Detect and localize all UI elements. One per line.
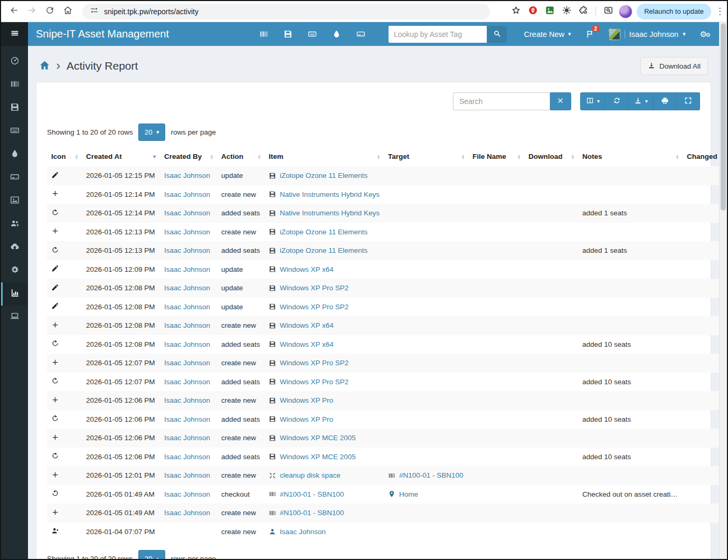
bookmark-button[interactable]: [509, 5, 522, 18]
refresh-button[interactable]: [606, 92, 629, 110]
print-button[interactable]: [654, 92, 677, 110]
column-header-file-name[interactable]: File Name▴▾: [468, 147, 524, 166]
asset-tag-search-input[interactable]: [389, 26, 487, 43]
column-header-created-at[interactable]: Created At▾: [82, 147, 160, 166]
created-by-link[interactable]: Isaac Johnson: [164, 246, 210, 254]
admin-settings-button[interactable]: ⚙ ⚙: [700, 30, 711, 38]
item-link[interactable]: Windows XP Pro SP2: [280, 284, 348, 292]
column-header-notes[interactable]: Notes▴▾: [578, 147, 683, 166]
extension-adblock[interactable]: [526, 5, 539, 18]
item-link[interactable]: Windows XP Pro SP2: [280, 303, 348, 311]
back-button[interactable]: [5, 3, 22, 20]
item-link[interactable]: iZotope Ozone 11 Elements: [280, 172, 367, 179]
created-by-link[interactable]: Isaac Johnson: [164, 490, 210, 498]
created-by-link[interactable]: Isaac Johnson: [164, 340, 210, 348]
page-size-dropdown[interactable]: 20 ▴: [138, 550, 166, 559]
item-link[interactable]: Windows XP MCE 2005: [280, 434, 356, 442]
extension-screenshot[interactable]: [543, 5, 556, 18]
item-link[interactable]: Windows XP Pro: [280, 415, 333, 423]
created-by-link[interactable]: Isaac Johnson: [164, 303, 210, 311]
created-by-link[interactable]: Isaac Johnson: [164, 509, 210, 517]
browser-home-button[interactable]: [59, 3, 76, 20]
asset-tag-search-button[interactable]: [487, 26, 507, 43]
reload-button[interactable]: [41, 3, 58, 20]
sidebar-toggle-button[interactable]: [1, 22, 28, 46]
item-link[interactable]: cleanup disk space: [280, 471, 341, 479]
item-link[interactable]: Windows XP x64: [280, 321, 334, 329]
columns-button[interactable]: ▾: [580, 92, 606, 110]
item-link[interactable]: Windows XP Pro: [280, 396, 333, 404]
components-shortcut[interactable]: [356, 30, 365, 39]
assets-shortcut[interactable]: [259, 30, 268, 39]
item-link[interactable]: Isaac Johnson: [280, 528, 326, 536]
created-by-link[interactable]: Isaac Johnson: [164, 284, 210, 292]
browser-profile-avatar[interactable]: [619, 5, 632, 18]
scrollbar-thumb[interactable]: [721, 23, 726, 211]
clear-search-button[interactable]: [550, 92, 571, 110]
created-by-link[interactable]: Isaac Johnson: [164, 453, 210, 461]
item-link[interactable]: Windows XP x64: [280, 265, 334, 273]
created-by-link[interactable]: Isaac Johnson: [164, 209, 210, 217]
created-by-link[interactable]: Isaac Johnson: [164, 378, 210, 386]
licenses-shortcut[interactable]: [283, 30, 292, 39]
item-link[interactable]: #N100-01 - SBN100: [280, 490, 344, 498]
sidebar-item-import[interactable]: [1, 236, 28, 259]
column-header-icon[interactable]: Icon▴▾: [47, 147, 82, 166]
relaunch-to-update-button[interactable]: Relaunch to update: [637, 4, 711, 20]
created-by-link[interactable]: Isaac Johnson: [164, 396, 210, 404]
extensions-button[interactable]: [577, 5, 590, 18]
extension-dark-reader[interactable]: [560, 5, 573, 18]
browser-menu-button[interactable]: ⋮: [715, 6, 723, 17]
fullscreen-button[interactable]: [677, 92, 700, 110]
forward-button[interactable]: [23, 3, 40, 20]
column-header-action[interactable]: Action▴▾: [217, 147, 264, 166]
target-link[interactable]: Home: [399, 490, 418, 498]
target-link[interactable]: #N100-01 - SBN100: [399, 471, 464, 479]
sidebar-item-kits[interactable]: [1, 189, 28, 213]
created-by-link[interactable]: Isaac Johnson: [164, 172, 210, 179]
item-link[interactable]: Native Instruments Hybrid Keys: [280, 191, 380, 198]
sidebar-item-accessories[interactable]: [1, 120, 28, 143]
created-by-link[interactable]: Isaac Johnson: [164, 191, 210, 198]
created-by-link[interactable]: Isaac Johnson: [164, 415, 210, 423]
sidebar-item-settings[interactable]: [1, 259, 28, 282]
sidebar-item-licenses[interactable]: [1, 97, 28, 120]
column-header-created-by[interactable]: Created By▴▾: [160, 147, 217, 166]
download-all-button[interactable]: Download All: [640, 57, 708, 75]
sidebar-item-components[interactable]: [1, 166, 28, 189]
created-by-link[interactable]: Isaac Johnson: [164, 434, 210, 442]
consumables-shortcut[interactable]: [332, 30, 341, 39]
tab-search-button[interactable]: [602, 5, 614, 18]
column-header-download[interactable]: Download▴▾: [524, 147, 578, 166]
accessories-shortcut[interactable]: [308, 30, 317, 39]
item-link[interactable]: Windows XP MCE 2005: [280, 453, 356, 461]
page-size-dropdown[interactable]: 20 ▾: [138, 124, 166, 141]
export-button[interactable]: ▾: [629, 92, 654, 110]
created-by-link[interactable]: Isaac Johnson: [164, 471, 210, 479]
item-link[interactable]: #N100-01 - SBN100: [280, 509, 344, 517]
sidebar-item-consumables[interactable]: [1, 143, 28, 166]
user-menu[interactable]: Isaac Johnson ▾: [609, 29, 686, 40]
site-settings-icon[interactable]: [90, 6, 99, 17]
sidebar-item-reports[interactable]: [1, 282, 28, 306]
column-header-target[interactable]: Target▴▾: [384, 147, 468, 166]
home-breadcrumb-link[interactable]: [39, 60, 50, 73]
column-header-item[interactable]: Item▴▾: [264, 147, 384, 166]
create-new-menu[interactable]: Create New ▾: [524, 30, 571, 39]
sidebar-item-dashboard[interactable]: [1, 50, 28, 73]
notifications-button[interactable]: 2: [585, 30, 594, 39]
table-search-input[interactable]: [453, 92, 550, 110]
sidebar-item-models[interactable]: [1, 306, 28, 329]
created-by-link[interactable]: Isaac Johnson: [164, 228, 210, 236]
item-link[interactable]: Windows XP Pro SP2: [280, 378, 348, 386]
created-by-link[interactable]: Isaac Johnson: [164, 265, 210, 273]
item-link[interactable]: iZotope Ozone 11 Elements: [280, 246, 367, 254]
item-link[interactable]: Windows XP Pro SP2: [280, 359, 348, 367]
item-link[interactable]: Native Instruments Hybrid Keys: [280, 209, 380, 217]
item-link[interactable]: Windows XP x64: [280, 340, 334, 348]
sidebar-item-assets[interactable]: [1, 73, 28, 97]
created-by-link[interactable]: Isaac Johnson: [164, 321, 210, 329]
address-bar[interactable]: snipeit.tpk.pw/reports/activity: [82, 4, 490, 20]
item-link[interactable]: iZotope Ozone 11 Elements: [280, 228, 367, 236]
page-scrollbar[interactable]: [719, 22, 727, 559]
